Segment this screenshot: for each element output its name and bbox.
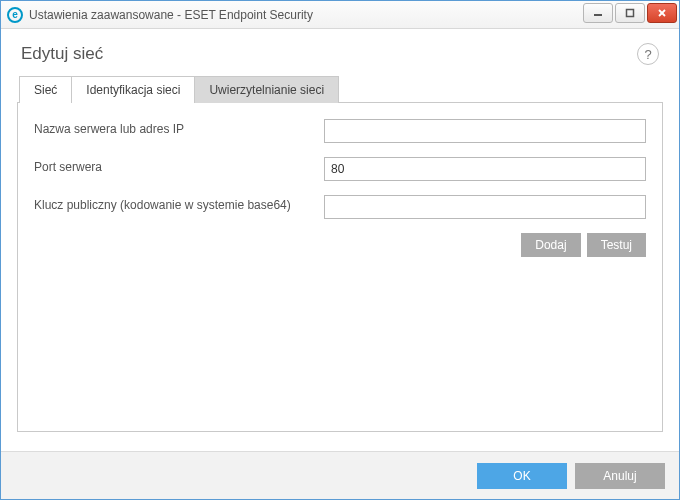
- row-server-port: Port serwera: [34, 157, 646, 181]
- minimize-button[interactable]: [583, 3, 613, 23]
- page-title: Edytuj sieć: [21, 44, 637, 64]
- window-controls: [583, 1, 679, 28]
- maximize-button[interactable]: [615, 3, 645, 23]
- footer: OK Anuluj: [1, 451, 679, 499]
- help-button[interactable]: ?: [637, 43, 659, 65]
- tabs: Sieć Identyfikacja sieci Uwierzytelniani…: [19, 76, 663, 103]
- content: Sieć Identyfikacja sieci Uwierzytelniani…: [1, 75, 679, 451]
- add-button[interactable]: Dodaj: [521, 233, 580, 257]
- tab-siec[interactable]: Sieć: [19, 76, 72, 103]
- app-icon: e: [7, 7, 23, 23]
- tab-identyfikacja-sieci[interactable]: Identyfikacja sieci: [71, 76, 195, 103]
- maximize-icon: [625, 8, 635, 18]
- tab-uwierzytelnianie-sieci[interactable]: Uwierzytelnianie sieci: [194, 76, 339, 103]
- tab-panel: Nazwa serwera lub adres IP Port serwera …: [17, 102, 663, 432]
- close-button[interactable]: [647, 3, 677, 23]
- titlebar: e Ustawienia zaawansowane - ESET Endpoin…: [1, 1, 679, 29]
- minimize-icon: [593, 8, 603, 18]
- row-server-address: Nazwa serwera lub adres IP: [34, 119, 646, 143]
- test-button[interactable]: Testuj: [587, 233, 646, 257]
- svg-rect-1: [627, 10, 634, 17]
- close-icon: [657, 8, 667, 18]
- window-title: Ustawienia zaawansowane - ESET Endpoint …: [29, 8, 583, 22]
- cancel-button[interactable]: Anuluj: [575, 463, 665, 489]
- label-server-port: Port serwera: [34, 157, 324, 174]
- window: e Ustawienia zaawansowane - ESET Endpoin…: [0, 0, 680, 500]
- label-public-key: Klucz publiczny (kodowanie w systemie ba…: [34, 195, 324, 212]
- row-public-key: Klucz publiczny (kodowanie w systemie ba…: [34, 195, 646, 219]
- panel-buttons: Dodaj Testuj: [34, 233, 646, 257]
- header: Edytuj sieć ?: [1, 29, 679, 75]
- input-public-key[interactable]: [324, 195, 646, 219]
- input-server-address[interactable]: [324, 119, 646, 143]
- input-server-port[interactable]: [324, 157, 646, 181]
- label-server-address: Nazwa serwera lub adres IP: [34, 119, 324, 136]
- ok-button[interactable]: OK: [477, 463, 567, 489]
